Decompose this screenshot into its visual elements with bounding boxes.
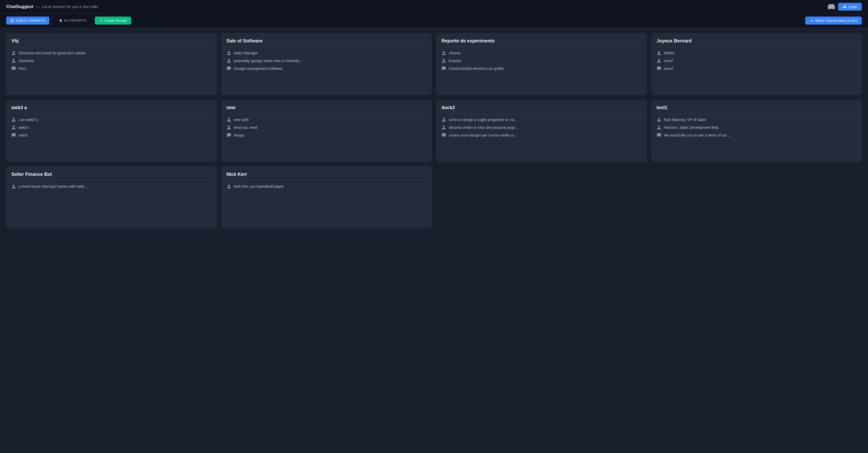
brand-tagline: Let AI answer for you in live calls [42, 4, 98, 9]
chat-icon [226, 133, 231, 138]
card-title: Nick Kerr [226, 172, 427, 180]
card-topic: web3 [11, 133, 212, 138]
card-persona1: Someone who loook for good porn videos [11, 51, 212, 55]
bookmark-icon [59, 19, 63, 23]
card-topic: creare nuovi bisogni per l'uomo medio cr… [441, 133, 642, 138]
my-prompts-tab[interactable]: MY PROMPTS [55, 17, 91, 25]
card-topic: design [226, 133, 427, 138]
prompt-card[interactable]: new new style what you need design [221, 100, 432, 162]
person-icon [226, 117, 231, 122]
create-prompt-button[interactable]: Create Prompt [95, 17, 131, 25]
chat-icon [657, 66, 661, 71]
card-title: Sale of Software [226, 38, 427, 47]
header: ChatSuggest — Let AI answer for you in l… [0, 0, 868, 13]
person-icon [441, 51, 446, 55]
card-persona2: Someone [11, 58, 212, 63]
chat-icon [657, 133, 661, 138]
person-icon [226, 58, 231, 63]
create-prompt-label: Create Prompt [104, 19, 127, 23]
person-icon [226, 125, 231, 130]
cards-grid: Vhj Someone who loook for good porn vide… [0, 28, 868, 234]
prompt-card[interactable]: test1 Nick Maloney, VP of Sales Harrison… [652, 100, 862, 162]
card-title: Seller Finance Bot [11, 172, 212, 180]
discord-icon[interactable] [828, 3, 835, 10]
my-prompts-label: MY PROMPTS [64, 19, 87, 23]
card-title: Reporte de experimento [441, 38, 642, 47]
person-icon [11, 117, 16, 122]
card-topic: Conductividad electrica con grafito [441, 66, 642, 71]
card-title: test1 [657, 105, 857, 114]
toolbar-left: PUBLIC PROMPTS MY PROMPTS Create Prompt [6, 17, 131, 25]
login-button[interactable]: Login [838, 3, 862, 10]
play-icon [810, 19, 813, 23]
card-persona1: new style [226, 117, 427, 122]
person-icon [441, 117, 446, 122]
grid-icon [10, 19, 14, 23]
brand: ChatSuggest — Let AI answer for you in l… [6, 4, 98, 9]
person-icon [657, 117, 661, 122]
person-icon [11, 184, 16, 189]
chat-icon [441, 66, 446, 71]
card-title: web3 a [11, 105, 212, 114]
card-persona2: web3 r [11, 125, 212, 130]
card-persona2: Harrison, Sales Development Rep [657, 125, 857, 130]
card-persona1: Mathis [657, 51, 857, 55]
card-persona1: Jimena [441, 51, 642, 55]
card-persona2: all'uomo medio a colui che passa la prop… [441, 125, 642, 130]
person-icon [657, 125, 661, 130]
tutorial-label: Watch Tutorial Video (2 min) [815, 19, 857, 23]
card-topic: Porn [11, 66, 212, 71]
toolbar-right: Watch Tutorial Video (2 min) [805, 17, 862, 25]
card-title: Vhj [11, 38, 212, 47]
person-icon [657, 58, 661, 63]
chat-icon [441, 133, 446, 138]
prompt-card[interactable]: Vhj Someone who loook for good porn vide… [6, 33, 217, 95]
card-title: Joyeux Bernard [657, 38, 857, 47]
card-topic: We would like you to see a demo of our .… [657, 133, 857, 138]
person-icon [226, 184, 231, 189]
header-right: Login [828, 3, 862, 10]
public-prompts-label: PUBLIC PROMPTS [16, 19, 45, 23]
login-label: Login [848, 5, 857, 9]
card-topic: amurf [657, 66, 857, 71]
card-topic: Garage management software [226, 66, 427, 71]
plus-icon [99, 19, 103, 23]
prompt-card[interactable]: Seller Finance Bot a home buyer that buy… [6, 167, 217, 229]
users-icon [843, 5, 847, 9]
card-persona1: Nick Kerr, pro basketball player [226, 184, 427, 189]
card-persona1: sono un design e voglio progettare un nu… [441, 117, 642, 122]
toolbar: PUBLIC PROMPTS MY PROMPTS Create Prompt … [0, 13, 868, 28]
brand-separator: — [35, 4, 40, 9]
prompt-card[interactable]: Joyeux Bernard Mathis smurf amurf [652, 33, 862, 95]
person-icon [11, 51, 16, 55]
card-title: new [226, 105, 427, 114]
card-persona1: Sales Manager [226, 51, 427, 55]
chat-icon [11, 66, 16, 71]
prompt-card[interactable]: Sale of Software Sales Manager potential… [221, 33, 432, 95]
person-icon [11, 125, 16, 130]
card-title: duck2 [441, 105, 642, 114]
card-persona2: potentially garage owner who is interest… [226, 58, 427, 63]
tab-divider [52, 17, 52, 24]
card-persona2: what you need [226, 125, 427, 130]
card-persona2: Experto [441, 58, 642, 63]
prompt-card[interactable]: web3 a i am web3 a web3 r web3 [6, 100, 217, 162]
person-icon [226, 51, 231, 55]
person-icon [441, 58, 446, 63]
card-persona1: a home buyer that buys homes with selle.… [11, 184, 212, 189]
card-persona2: smurf [657, 58, 857, 63]
prompt-card[interactable]: Reporte de experimento Jimena Experto Co… [436, 33, 647, 95]
card-persona1: i am web3 a [11, 117, 212, 122]
chat-icon [226, 66, 231, 71]
chat-icon [11, 133, 16, 138]
prompt-card[interactable]: Nick Kerr Nick Kerr, pro basketball play… [221, 167, 432, 229]
public-prompts-tab[interactable]: PUBLIC PROMPTS [6, 17, 49, 25]
person-icon [657, 51, 661, 55]
person-icon [11, 58, 16, 63]
tutorial-button[interactable]: Watch Tutorial Video (2 min) [805, 17, 862, 25]
brand-name: ChatSuggest [6, 4, 33, 9]
card-persona1: Nick Maloney, VP of Sales [657, 117, 857, 122]
person-icon [441, 125, 446, 130]
prompt-card[interactable]: duck2 sono un design e voglio progettare… [436, 100, 647, 162]
